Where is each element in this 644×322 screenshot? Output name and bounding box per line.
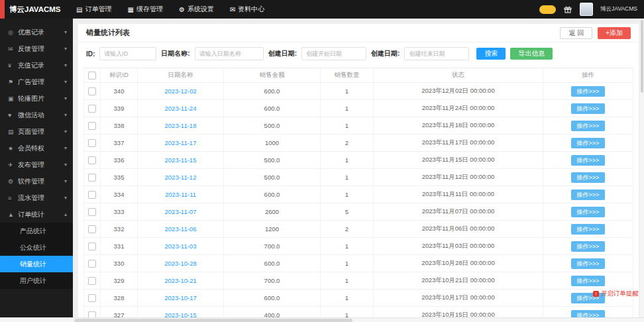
row-checkbox[interactable] [88, 208, 96, 216]
horizontal-scrollbar-thumb[interactable] [74, 319, 352, 322]
date-link[interactable]: 2023-11-07 [165, 208, 197, 215]
row-checkbox[interactable] [88, 191, 96, 199]
date-link[interactable]: 2023-11-18 [165, 122, 197, 129]
filter-bar: ID: 日期名称: 创建日期: 创建日期: 搜索 导出信息 [78, 42, 639, 65]
start-date-filter-input[interactable] [301, 47, 366, 60]
sidebar-item-label: 软件管理 [18, 177, 64, 186]
sidebar-item[interactable]: ▤ 页面管理 ▾ [0, 123, 73, 140]
table-row: 339 2023-11-24 600.0 1 2023年11月24日 00:00… [83, 100, 633, 117]
coin-badge-icon[interactable] [539, 5, 556, 14]
sidebar-item[interactable]: ⚑ 广告管理 ▾ [0, 74, 73, 90]
row-checkbox[interactable] [88, 174, 96, 182]
date-link[interactable]: 2023-11-24 [165, 105, 197, 112]
cell-date: 2023-11-15 [138, 152, 224, 168]
search-button[interactable]: 搜索 [476, 48, 506, 60]
sidebar-item[interactable]: ✉ 反馈管理 ▾ [0, 40, 73, 57]
date-link[interactable]: 2023-11-15 [165, 156, 197, 164]
sidebar-item[interactable]: 销量统计 ▾ [0, 256, 73, 272]
sidebar-item[interactable]: ▲ 订单统计 ▴ [0, 206, 73, 223]
row-action-button[interactable]: 操作>>> [571, 189, 606, 200]
back-button[interactable]: 返 回 [560, 27, 592, 39]
id-filter-input[interactable] [99, 47, 156, 60]
sidebar-item[interactable]: ¥ 充值记录 ▾ [0, 57, 73, 74]
row-checkbox[interactable] [88, 87, 96, 95]
table-row: 328 2023-10-17 600.0 1 2023年10月17日 00:00… [83, 290, 633, 307]
order-alert-icon: ! [593, 291, 599, 297]
sidebar-item-label: 优惠记录 [18, 28, 64, 37]
top-menu-item[interactable]: ⚙ 系统设置 [171, 0, 222, 19]
sidebar-item[interactable]: ✈ 发布管理 ▾ [0, 156, 73, 173]
sidebar-item[interactable]: ♥ 微信活动 ▾ [0, 107, 73, 123]
row-checkbox[interactable] [88, 294, 96, 302]
cell-id: 329 [101, 272, 138, 289]
date-link[interactable]: 2023-10-21 [164, 277, 197, 284]
cell-qty: 1 [321, 83, 374, 99]
row-action-button[interactable]: 操作>>> [571, 276, 606, 286]
row-checkbox[interactable] [88, 277, 96, 285]
sidebar-item[interactable]: 公众统计 ▾ [0, 239, 73, 256]
add-button[interactable]: +添加 [598, 27, 631, 39]
avatar[interactable] [580, 3, 593, 16]
sidebar-item[interactable]: ⚙ 软件管理 ▾ [0, 173, 73, 189]
top-navbar: 博云JAVACMS ▤ 订单管理 ▦ 缓存管理 ⚙ 系统设置 ✉ 资料中心 [0, 0, 644, 19]
row-action-button[interactable]: 操作>>> [571, 103, 606, 114]
date-link[interactable]: 2023-11-12 [165, 174, 197, 181]
end-date-filter-label: 创建日期: [371, 49, 400, 58]
export-button[interactable]: 导出信息 [510, 48, 553, 60]
row-action-button[interactable]: 操作>>> [571, 258, 606, 269]
date-link[interactable]: 2023-10-28 [164, 260, 197, 267]
sidebar-item[interactable]: ◎ 优惠记录 ▾ [0, 24, 73, 40]
gift-icon[interactable] [563, 5, 572, 14]
row-action-button[interactable]: 操作>>> [571, 207, 606, 217]
sidebar-item[interactable]: 产品统计 ▾ [0, 223, 73, 239]
horizontal-scrollbar[interactable] [0, 317, 644, 322]
date-link[interactable]: 2023-12-02 [164, 87, 197, 95]
row-action-button[interactable]: 操作>>> [571, 86, 606, 97]
order-reminder-toggle[interactable]: ! 开启订单提醒 [593, 290, 639, 298]
sidebar-item[interactable]: ≡ 流水管理 ▾ [0, 189, 73, 206]
cell-id: 331 [101, 238, 138, 254]
table-header-row: 标识ID 日期名称 销售金额 销售数量 状态 操作 [83, 68, 633, 83]
row-checkbox[interactable] [88, 225, 96, 233]
row-action-button[interactable]: 操作>>> [571, 172, 606, 183]
chevron-down-icon: ▾ [64, 95, 67, 101]
row-action-button[interactable]: 操作>>> [571, 155, 606, 166]
sidebar-item[interactable]: ★ 会员特权 ▾ [0, 140, 73, 156]
cell-action: 操作>>> [543, 255, 633, 272]
vertical-scrollbar[interactable] [640, 19, 644, 317]
top-menu-item[interactable]: ✉ 资料中心 [222, 0, 272, 19]
name-filter-input[interactable] [195, 47, 264, 60]
row-checkbox[interactable] [88, 260, 96, 268]
sidebar-item-label: 流水管理 [18, 193, 64, 203]
order-reminder-label: 开启订单提醒 [601, 290, 639, 298]
vertical-scrollbar-thumb[interactable] [641, 20, 643, 93]
table-column-header: 标识ID [101, 68, 138, 82]
table-row: 335 2023-11-12 500.0 1 2023年11月12日 00:00… [83, 169, 633, 186]
row-action-button[interactable]: 操作>>> [571, 121, 606, 131]
sidebar-item-label: 广告管理 [18, 78, 64, 87]
sidebar-item[interactable]: ▣ 轮播图片 ▾ [0, 90, 73, 107]
row-action-button[interactable]: 操作>>> [571, 241, 606, 252]
row-checkbox[interactable] [88, 122, 96, 130]
row-checkbox-cell [83, 100, 101, 117]
end-date-filter-input[interactable] [404, 47, 469, 60]
user-name[interactable]: 博云JAVACMS [600, 5, 637, 13]
gear-icon: ⚙ [179, 6, 185, 13]
row-checkbox[interactable] [88, 139, 96, 147]
date-link[interactable]: 2023-11-17 [165, 139, 197, 146]
sidebar-item[interactable]: 用户统计 ▾ [0, 272, 73, 289]
row-checkbox[interactable] [88, 105, 96, 113]
row-checkbox[interactable] [88, 156, 96, 164]
select-all-checkbox[interactable] [88, 72, 96, 80]
row-action-button[interactable]: 操作>>> [571, 224, 606, 235]
date-link[interactable]: 2023-10-17 [164, 294, 197, 301]
row-checkbox[interactable] [88, 242, 96, 250]
top-menu-item[interactable]: ▦ 缓存管理 [119, 0, 170, 19]
top-menu-item[interactable]: ▤ 订单管理 [68, 0, 119, 19]
chevron-down-icon: ▾ [64, 195, 67, 201]
date-link[interactable]: 2023-11-06 [165, 225, 197, 233]
date-link[interactable]: 2023-11-03 [165, 242, 197, 250]
row-action-button[interactable]: 操作>>> [571, 138, 606, 148]
cell-action: 操作>>> [543, 169, 633, 186]
date-link[interactable]: 2023-11-11 [165, 191, 196, 198]
